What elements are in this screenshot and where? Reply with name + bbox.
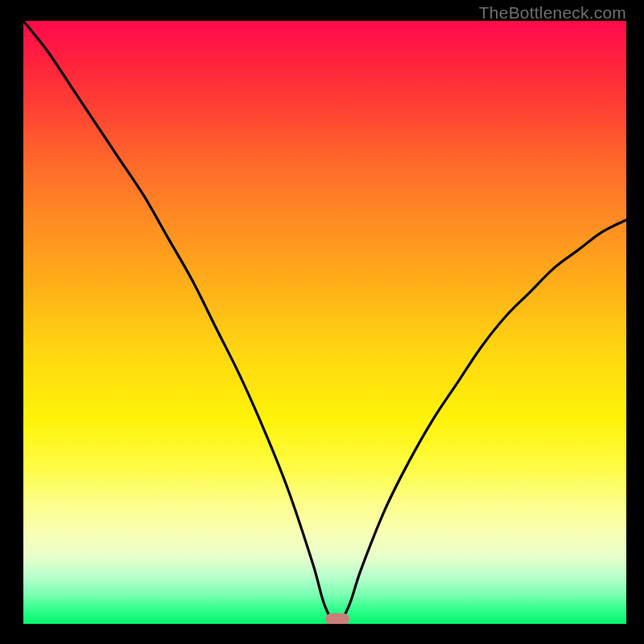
optimal-marker [325,613,349,624]
plot-area [23,21,626,624]
chart-frame: TheBottleneck.com [0,0,644,644]
watermark-label: TheBottleneck.com [479,3,626,23]
bottleneck-curve [23,21,626,624]
